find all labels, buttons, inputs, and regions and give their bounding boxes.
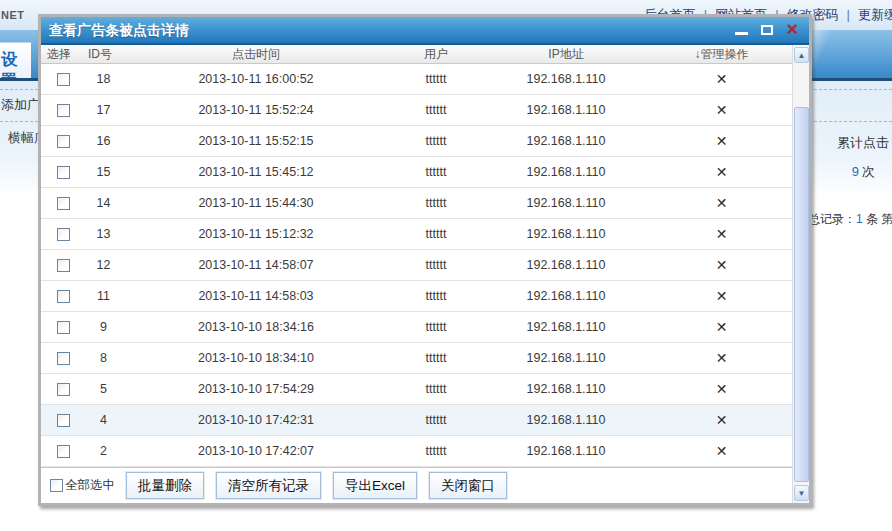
- delete-icon[interactable]: ✕: [716, 381, 728, 397]
- close-window-button[interactable]: 关闭窗口: [429, 472, 507, 499]
- table-body: 18 2013-10-11 16:00:52 tttttt 192.168.1.…: [41, 64, 792, 467]
- row-user: tttttt: [391, 382, 481, 396]
- row-action-cell: ✕: [651, 412, 792, 428]
- delete-icon[interactable]: ✕: [716, 226, 728, 242]
- table-row: 18 2013-10-11 16:00:52 tttttt 192.168.1.…: [41, 64, 792, 95]
- minimize-icon[interactable]: [735, 32, 748, 35]
- batch-delete-button[interactable]: 批量删除: [126, 472, 204, 499]
- delete-icon[interactable]: ✕: [716, 319, 728, 335]
- delete-icon[interactable]: ✕: [716, 102, 728, 118]
- cumulative-clicks-value: 9次: [852, 163, 875, 181]
- table-row: 17 2013-10-11 15:52:24 tttttt 192.168.1.…: [41, 95, 792, 126]
- clear-all-records-button[interactable]: 清空所有记录: [216, 472, 321, 499]
- delete-icon[interactable]: ✕: [716, 71, 728, 87]
- row-checkbox[interactable]: [57, 352, 70, 365]
- delete-icon[interactable]: ✕: [716, 443, 728, 459]
- export-excel-button[interactable]: 导出Excel: [333, 472, 417, 499]
- table-row: 11 2013-10-11 14:58:03 tttttt 192.168.1.…: [41, 281, 792, 312]
- row-id: 8: [86, 351, 121, 365]
- row-user: tttttt: [391, 165, 481, 179]
- row-ip-address: 192.168.1.110: [481, 134, 651, 148]
- delete-icon[interactable]: ✕: [716, 350, 728, 366]
- delete-icon[interactable]: ✕: [716, 133, 728, 149]
- row-user: tttttt: [391, 289, 481, 303]
- row-checkbox[interactable]: [57, 135, 70, 148]
- row-id: 18: [86, 72, 121, 86]
- total-records-line: 总记录：1 条 第: [808, 211, 892, 228]
- row-id: 2: [86, 444, 121, 458]
- select-all-checkbox[interactable]: [50, 479, 63, 492]
- row-checkbox[interactable]: [57, 197, 70, 210]
- row-checkbox[interactable]: [57, 104, 70, 117]
- table-row: 9 2013-10-10 18:34:16 tttttt 192.168.1.1…: [41, 312, 792, 343]
- row-id: 11: [86, 289, 121, 303]
- scrollbar-down-icon[interactable]: ▼: [794, 485, 809, 501]
- row-select-cell: [41, 413, 86, 427]
- row-ip-address: 192.168.1.110: [481, 289, 651, 303]
- col-header-id: ID号: [86, 45, 121, 63]
- row-user: tttttt: [391, 413, 481, 427]
- row-select-cell: [41, 227, 86, 241]
- row-select-cell: [41, 72, 86, 86]
- link-refresh-cache[interactable]: 更新缓存: [858, 7, 892, 22]
- row-checkbox[interactable]: [57, 228, 70, 241]
- row-user: tttttt: [391, 227, 481, 241]
- row-checkbox[interactable]: [57, 259, 70, 272]
- row-select-cell: [41, 258, 86, 272]
- row-click-time: 2013-10-10 17:54:29: [121, 382, 391, 396]
- table-row: 2 2013-10-10 17:42:07 tttttt 192.168.1.1…: [41, 436, 792, 467]
- row-checkbox[interactable]: [57, 290, 70, 303]
- row-user: tttttt: [391, 258, 481, 272]
- select-all-label: 全部选中: [65, 477, 115, 494]
- row-checkbox[interactable]: [57, 73, 70, 86]
- col-header-action-sort[interactable]: ↓管理操作: [651, 45, 792, 63]
- col-header-select: 选择: [41, 45, 86, 63]
- row-click-time: 2013-10-11 14:58:03: [121, 289, 391, 303]
- cumulative-clicks-label: 累计点击: [837, 134, 889, 152]
- row-ip-address: 192.168.1.110: [481, 444, 651, 458]
- row-checkbox[interactable]: [57, 445, 70, 458]
- site-logo: NET: [1, 9, 25, 21]
- delete-icon[interactable]: ✕: [716, 164, 728, 180]
- row-checkbox[interactable]: [57, 321, 70, 334]
- row-checkbox[interactable]: [57, 414, 70, 427]
- row-click-time: 2013-10-11 14:58:07: [121, 258, 391, 272]
- row-select-cell: [41, 103, 86, 117]
- scrollbar: ▲ ▼: [792, 45, 809, 503]
- row-click-time: 2013-10-10 17:42:31: [121, 413, 391, 427]
- row-select-cell: [41, 444, 86, 458]
- row-select-cell: [41, 289, 86, 303]
- delete-icon[interactable]: ✕: [716, 288, 728, 304]
- delete-icon[interactable]: ✕: [716, 257, 728, 273]
- row-user: tttttt: [391, 444, 481, 458]
- delete-icon[interactable]: ✕: [716, 195, 728, 211]
- col-header-time: 点击时间: [121, 45, 391, 63]
- close-icon[interactable]: ✕: [786, 22, 799, 38]
- col-header-ip: IP地址: [481, 45, 651, 63]
- row-action-cell: ✕: [651, 102, 792, 118]
- delete-icon[interactable]: ✕: [716, 412, 728, 428]
- scrollbar-up-icon[interactable]: ▲: [794, 47, 809, 63]
- scrollbar-thumb[interactable]: [794, 107, 809, 482]
- window-controls: ✕: [735, 17, 799, 43]
- total-suffix: 条 第: [866, 212, 892, 226]
- row-click-time: 2013-10-10 18:34:10: [121, 351, 391, 365]
- row-select-cell: [41, 351, 86, 365]
- row-click-time: 2013-10-11 15:52:15: [121, 134, 391, 148]
- row-ip-address: 192.168.1.110: [481, 72, 651, 86]
- row-select-cell: [41, 165, 86, 179]
- table-row: 14 2013-10-11 15:44:30 tttttt 192.168.1.…: [41, 188, 792, 219]
- maximize-icon[interactable]: [761, 25, 773, 35]
- tab-settings[interactable]: 设置: [0, 42, 31, 78]
- table-row: 4 2013-10-10 17:42:31 tttttt 192.168.1.1…: [41, 405, 792, 436]
- row-click-time: 2013-10-11 16:00:52: [121, 72, 391, 86]
- clicks-count: 9: [852, 164, 859, 179]
- row-checkbox[interactable]: [57, 166, 70, 179]
- dialog-body: 选择 ID号 点击时间 用户 IP地址 ↓管理操作 18 2013-10-11 …: [41, 45, 809, 503]
- click-details-dialog: 查看广告条被点击详情 ✕ 选择 ID号 点击时间 用户 IP地址 ↓管理操作 1…: [38, 14, 812, 506]
- row-checkbox[interactable]: [57, 383, 70, 396]
- row-ip-address: 192.168.1.110: [481, 382, 651, 396]
- row-ip-address: 192.168.1.110: [481, 258, 651, 272]
- row-id: 14: [86, 196, 121, 210]
- dialog-titlebar[interactable]: 查看广告条被点击详情 ✕: [41, 17, 809, 45]
